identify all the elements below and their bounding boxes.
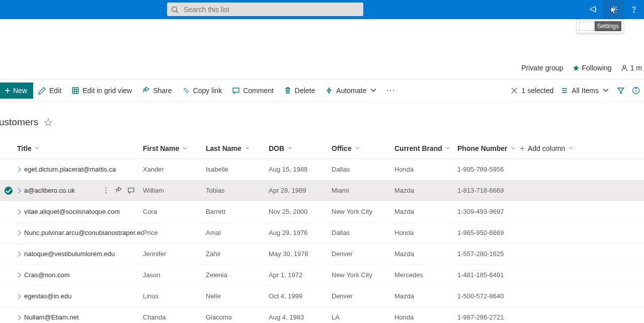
cell-brand: Mazda — [394, 250, 457, 258]
settings-tooltip: Settings — [577, 19, 624, 33]
table-row[interactable]: egestas@in.eduLinusNelleOct 4, 1999Denve… — [0, 286, 644, 307]
cell-phone: 1-500-572-8640 — [457, 292, 520, 300]
comment-button[interactable]: Comment — [227, 79, 279, 102]
table-row[interactable]: vitae.aliquet@sociisnatoque.comCoraBarre… — [0, 201, 644, 222]
chevron-down-icon — [602, 87, 610, 95]
plus-icon — [4, 87, 11, 94]
cell-office: Denver — [332, 292, 394, 300]
cell-office: New York City — [332, 271, 394, 279]
cell-office: Denver — [332, 250, 394, 258]
link-indicator-icon — [17, 294, 21, 298]
gear-icon — [609, 5, 618, 14]
table-row[interactable]: Nullam@Etiam.netChandaGiacomoAug 4, 1983… — [0, 307, 644, 323]
col-phone[interactable]: Phone Number — [457, 144, 520, 152]
delete-button[interactable]: Delete — [279, 79, 320, 102]
info-button[interactable] — [632, 87, 640, 95]
col-dob[interactable]: DOB — [269, 144, 332, 152]
table-row[interactable]: Cras@non.comJasonZeleniaApr 1, 1972New Y… — [0, 265, 644, 286]
col-last-name[interactable]: Last Name — [206, 144, 269, 152]
cell-title[interactable]: egestas@in.edu — [17, 292, 71, 300]
cell-title[interactable]: a@aclibero.co.uk — [17, 187, 75, 194]
settings-button[interactable]: Settings — [604, 0, 624, 19]
table-row[interactable]: natoque@vestibulumlorem.eduJenniferZahir… — [0, 244, 644, 265]
cell-title[interactable]: Nunc.pulvinar.arcu@conubianostraper.edu — [17, 229, 143, 236]
suite-header: Settings — [0, 0, 644, 19]
list-table: Title First Name Last Name DOB Office Cu… — [0, 138, 644, 323]
clear-selection[interactable]: 1 selected — [510, 87, 553, 95]
cell-last-name: Giacomo — [206, 313, 269, 321]
cell-phone: 1-557-280-1625 — [457, 250, 520, 258]
cell-last-name: Zelenia — [206, 271, 269, 279]
cell-dob: Oct 4, 1999 — [269, 292, 332, 300]
row-selector[interactable] — [0, 271, 17, 279]
automate-button[interactable]: Automate — [320, 79, 382, 102]
view-selector[interactable]: All Items — [560, 87, 610, 95]
row-selector[interactable] — [0, 229, 17, 237]
plus-icon — [520, 146, 525, 151]
share-icon[interactable] — [115, 187, 122, 194]
filter-button[interactable] — [617, 87, 625, 95]
favorite-star-icon[interactable] — [44, 118, 52, 126]
flow-icon — [325, 87, 333, 95]
cell-brand: Mercedes — [394, 271, 457, 279]
cell-title[interactable]: Nullam@Etiam.net — [17, 313, 79, 321]
cell-title[interactable]: Cras@non.com — [17, 271, 70, 279]
link-indicator-icon — [17, 210, 21, 214]
search-box[interactable] — [167, 3, 363, 16]
cell-dob: Nov 25, 2000 — [269, 208, 332, 215]
cell-title[interactable]: eget.dictum.placerat@mattis.ca — [17, 166, 116, 173]
list-title: ustomers — [0, 117, 38, 128]
cell-first-name: Chanda — [143, 313, 206, 321]
row-selector[interactable] — [0, 208, 17, 216]
cell-title[interactable]: natoque@vestibulumlorem.edu — [17, 250, 115, 258]
col-brand[interactable]: Current Brand — [394, 144, 457, 152]
svg-point-23 — [105, 190, 106, 191]
row-selector[interactable] — [0, 250, 17, 258]
search-input[interactable] — [184, 6, 359, 14]
svg-point-3 — [633, 12, 634, 12]
share-button[interactable]: Share — [137, 79, 177, 102]
cell-phone: 1-995-789-5956 — [457, 166, 520, 173]
more-actions[interactable]: ··· — [382, 87, 399, 95]
row-selector[interactable] — [0, 187, 17, 195]
share-icon — [142, 87, 150, 95]
following-toggle[interactable]: Following — [573, 64, 612, 72]
copy-link-button[interactable]: Copy link — [177, 79, 227, 102]
cell-title[interactable]: vitae.aliquet@sociisnatoque.com — [17, 208, 120, 215]
cell-dob: May 30, 1976 — [269, 250, 332, 258]
cell-dob: Apr 1, 1972 — [269, 271, 332, 279]
row-selector[interactable] — [0, 313, 17, 321]
chevron-down-icon — [245, 146, 250, 151]
members-count[interactable]: 1 m — [621, 64, 642, 72]
chevron-down-icon — [355, 146, 360, 151]
cell-first-name: Xander — [143, 166, 206, 173]
info-icon — [632, 87, 640, 95]
group-type: Private group — [521, 64, 563, 72]
col-title[interactable]: Title — [17, 144, 143, 152]
edit-grid-button[interactable]: Edit in grid view — [66, 79, 137, 102]
site-meta-row: Private group Following 1 m — [0, 60, 644, 79]
more-vertical-icon[interactable] — [102, 187, 110, 194]
megaphone-button[interactable] — [584, 0, 604, 19]
cell-office: LA — [332, 313, 394, 321]
cell-first-name: Linus — [143, 292, 206, 300]
row-selector[interactable] — [0, 292, 17, 300]
table-row[interactable]: eget.dictum.placerat@mattis.caXanderIsab… — [0, 159, 644, 180]
link-indicator-icon — [17, 231, 21, 235]
table-row[interactable]: a@aclibero.co.ukWilliamTobiasApr 28, 198… — [0, 180, 644, 201]
help-button[interactable] — [624, 0, 644, 19]
col-first-name[interactable]: First Name — [143, 144, 206, 152]
row-selector[interactable] — [0, 166, 17, 174]
col-office[interactable]: Office — [332, 144, 394, 152]
svg-point-24 — [105, 192, 106, 193]
comment-icon[interactable] — [127, 187, 135, 194]
cell-brand: Honda — [394, 166, 457, 173]
list-title-row: ustomers — [0, 102, 644, 138]
cell-last-name: Amal — [206, 229, 269, 236]
edit-button[interactable]: Edit — [33, 79, 66, 102]
command-bar: New Edit Edit in grid view Share Copy li… — [0, 79, 644, 102]
add-column[interactable]: Add column — [520, 144, 600, 152]
svg-point-2 — [612, 8, 615, 11]
table-row[interactable]: Nunc.pulvinar.arcu@conubianostraper.eduP… — [0, 222, 644, 244]
new-button[interactable]: New — [0, 83, 33, 99]
